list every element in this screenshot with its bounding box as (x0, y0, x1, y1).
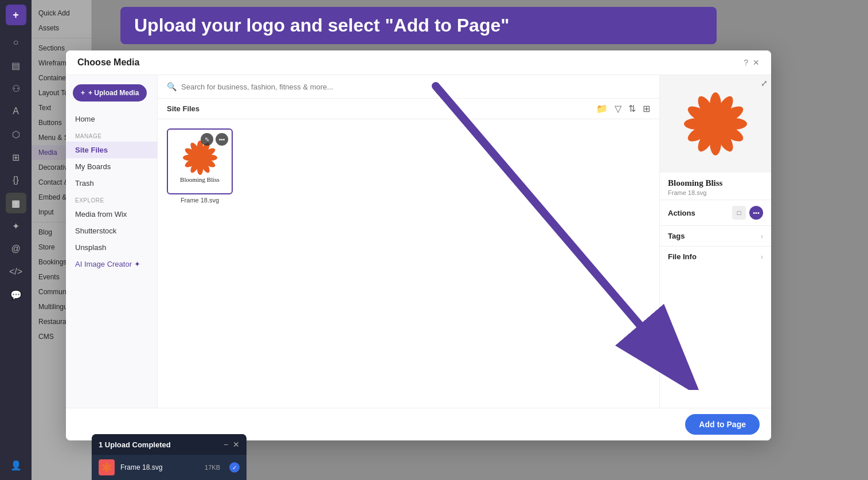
file-info-name: Blooming Bliss (668, 178, 763, 188)
preview-logo (684, 92, 747, 155)
left-sidebar: + ○ ▤ ⚇ A ⬡ ⊞ {} ▦ ✦ @ </> 💬 👤 (0, 0, 32, 480)
upload-notification: 1 Upload Completed − ✕ Frame 18.svg 17KB (92, 434, 247, 480)
preview-area: ⤢ (660, 75, 771, 173)
tags-chevron-icon: › (761, 232, 763, 240)
file-info-chevron-icon: › (761, 253, 763, 261)
svg-point-12 (194, 152, 205, 163)
sidebar-icon-chat[interactable]: 💬 (6, 284, 26, 305)
tags-section-header[interactable]: Tags › (660, 226, 771, 246)
nav-item-my-boards[interactable]: My Boards (66, 158, 157, 175)
nav-item-home[interactable]: Home (66, 111, 157, 127)
expand-icon[interactable]: ⤢ (761, 79, 768, 88)
add-to-page-button[interactable]: Add to Page (685, 414, 760, 435)
sidebar-icon-user[interactable]: 👤 (6, 455, 26, 475)
file-info-section-header[interactable]: File Info › (660, 247, 771, 267)
upload-media-button[interactable]: + + Upload Media (73, 84, 147, 102)
sidebar-icon-embed[interactable]: </> (6, 262, 26, 282)
nav-item-site-files[interactable]: Site Files (66, 142, 157, 158)
nav-item-shutterstock[interactable]: Shutterstock (66, 223, 157, 239)
sidebar-icon-grid[interactable]: ⊞ (6, 147, 26, 167)
file-edit-button[interactable]: ✎ (201, 133, 213, 146)
file-info-title: File Info (668, 252, 761, 261)
modal-body: + + Upload Media Home MANAGE Site Files … (66, 75, 771, 408)
plus-icon: + (81, 89, 85, 97)
search-input[interactable] (181, 83, 650, 91)
file-thumbnail[interactable]: Blooming Bliss ✎ ••• (167, 128, 233, 194)
upload-notification-header: 1 Upload Completed − ✕ (92, 434, 247, 455)
upload-notification-actions: − ✕ (224, 440, 240, 449)
svg-point-29 (105, 469, 108, 473)
filter-icon[interactable]: ▽ (615, 103, 621, 114)
upload-file-size: 17KB (205, 464, 220, 471)
toolbar-actions: 📁 ▽ ⇅ ⊞ (596, 103, 650, 114)
svg-point-25 (705, 114, 725, 134)
action-more-button[interactable]: ••• (749, 206, 763, 220)
svg-point-32 (105, 466, 108, 469)
sidebar-icon-code[interactable]: {} (6, 170, 26, 190)
files-grid: Blooming Bliss ✎ ••• Frame 18.svg (158, 119, 659, 408)
file-item-frame18[interactable]: Blooming Bliss ✎ ••• Frame 18.svg (167, 128, 233, 204)
actions-title: Actions (668, 209, 732, 217)
tags-title: Tags (668, 232, 761, 240)
svg-point-26 (105, 462, 108, 466)
grid-view-icon[interactable]: ⊞ (643, 103, 650, 114)
nav-item-media-from-wix[interactable]: Media from Wix (66, 206, 157, 223)
preview-logo-svg (684, 92, 747, 155)
file-thumb-overlay: ✎ ••• (201, 133, 228, 146)
right-panel-spacer (660, 267, 771, 408)
actions-buttons: □ ••• (732, 206, 763, 220)
annotation-text: Upload your logo and select "Add to Page… (134, 15, 509, 36)
sidebar-icon-circle[interactable]: ○ (6, 32, 26, 53)
annotation-banner: Upload your logo and select "Add to Page… (120, 7, 717, 44)
file-name: Frame 18.svg (167, 197, 233, 204)
sidebar-icon-image[interactable]: ⬡ (6, 124, 26, 145)
search-icon: 🔍 (167, 82, 177, 91)
right-panel: ⤢ (659, 75, 771, 408)
file-more-button[interactable]: ••• (216, 133, 228, 146)
new-folder-icon[interactable]: 📁 (596, 103, 608, 114)
actions-section-header[interactable]: Actions □ ••• (660, 200, 771, 225)
tags-section: Tags › (660, 225, 771, 246)
upload-close-icon[interactable]: ✕ (233, 440, 240, 449)
nav-section-explore: EXPLORE (66, 192, 157, 206)
upload-file-row: Frame 18.svg 17KB ✓ (92, 455, 247, 480)
add-elements-button[interactable]: + (6, 5, 26, 25)
modal-header-actions: ? ✕ (744, 58, 760, 67)
file-info-sub: Frame 18.svg (668, 189, 763, 196)
upload-file-thumb (101, 462, 112, 473)
content-toolbar: Site Files 📁 ▽ ⇅ ⊞ (158, 99, 659, 119)
sidebar-icon-decoration[interactable]: ✦ (6, 216, 26, 236)
nav-section-manage: MANAGE (66, 127, 157, 142)
nav-item-unsplash[interactable]: Unsplash (66, 239, 157, 256)
file-info-header: Blooming Bliss Frame 18.svg (660, 173, 771, 200)
file-logo-text: Blooming Bliss (180, 176, 220, 183)
choose-media-modal: Choose Media ? ✕ + + Upload Media Home M… (66, 50, 771, 440)
action-square-button[interactable]: □ (732, 206, 746, 220)
help-icon[interactable]: ? (744, 58, 748, 67)
file-info-section: File Info › (660, 246, 771, 267)
actions-section: Actions □ ••• (660, 200, 771, 225)
sidebar-icon-contact[interactable]: @ (6, 239, 26, 259)
toolbar-label: Site Files (167, 104, 596, 113)
upload-notification-title: 1 Upload Completed (99, 440, 224, 449)
sidebar-icon-media[interactable]: ▦ (6, 193, 26, 213)
modal-title: Choose Media (77, 57, 744, 68)
upload-file-check-icon: ✓ (229, 462, 240, 473)
search-bar: 🔍 (158, 75, 659, 99)
modal-header: Choose Media ? ✕ (66, 50, 771, 75)
modal-nav: + + Upload Media Home MANAGE Site Files … (66, 75, 158, 408)
sidebar-icon-layout[interactable]: ▤ (6, 55, 26, 76)
sidebar-icon-affiliate[interactable]: ⚇ (6, 78, 26, 99)
nav-item-ai-image-creator[interactable]: AI Image Creator ✦ (66, 256, 157, 272)
nav-item-trash[interactable]: Trash (66, 175, 157, 192)
upload-file-icon (99, 459, 115, 475)
sort-icon[interactable]: ⇅ (628, 103, 636, 114)
close-icon[interactable]: ✕ (753, 58, 760, 67)
upload-collapse-icon[interactable]: − (224, 440, 228, 449)
sidebar-icon-text[interactable]: A (6, 101, 26, 122)
upload-file-name: Frame 18.svg (120, 463, 199, 471)
modal-main-content: 🔍 Site Files 📁 ▽ ⇅ ⊞ (158, 75, 659, 408)
